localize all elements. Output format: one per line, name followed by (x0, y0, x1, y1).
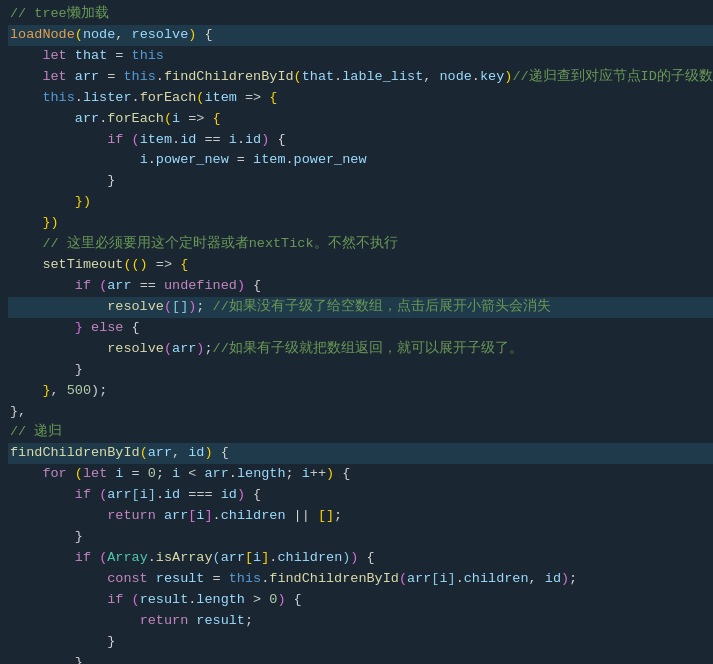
code-text (10, 590, 107, 611)
code-text: ; (156, 464, 172, 485)
code-text (10, 46, 42, 67)
code-text: }) (42, 213, 58, 234)
code-text (67, 464, 75, 485)
code-text (67, 67, 75, 88)
code-text: , (172, 443, 188, 464)
code-text: = (229, 150, 253, 171)
code-text: undefined (164, 276, 237, 297)
code-text: ; (286, 464, 302, 485)
code-text: length (196, 590, 245, 611)
code-text: arr (205, 464, 229, 485)
code-text (188, 611, 196, 632)
code-line-28: const result = this.findChildrenById(arr… (8, 569, 713, 590)
code-text: { (196, 25, 212, 46)
code-text: let (42, 67, 66, 88)
code-text: . (213, 506, 221, 527)
code-text: = (99, 67, 123, 88)
code-text: this (229, 569, 261, 590)
code-text: ( (213, 548, 221, 569)
code-text: children (221, 506, 286, 527)
code-line-11: }) (8, 213, 713, 234)
code-text: let (42, 46, 66, 67)
code-text: ) (504, 67, 512, 88)
code-text: i (172, 464, 180, 485)
code-text: this (132, 46, 164, 67)
code-text (10, 485, 75, 506)
code-text (67, 46, 75, 67)
code-text: ) (277, 590, 285, 611)
code-text (10, 506, 107, 527)
code-text: } (10, 527, 83, 548)
code-text: [ (245, 548, 253, 569)
code-text: ] (448, 569, 456, 590)
code-text (10, 255, 42, 276)
code-text: ; (569, 569, 577, 590)
code-line-6: arr.forEach(i => { (8, 109, 713, 130)
code-text: { (213, 109, 221, 130)
code-text: length (237, 464, 286, 485)
code-text: ( (99, 548, 107, 569)
code-text: [] (172, 297, 188, 318)
code-text: ( (140, 443, 148, 464)
code-text: id (188, 443, 204, 464)
code-line-7: if (item.id == i.id) { (8, 130, 713, 151)
code-text: { (245, 485, 261, 506)
code-text: || (286, 506, 318, 527)
code-text: } (42, 381, 50, 402)
code-text: arr (407, 569, 431, 590)
code-text: (() (123, 255, 147, 276)
code-text: forEach (107, 109, 164, 130)
code-text: ) (188, 297, 196, 318)
code-text: . (261, 569, 269, 590)
code-text: item (140, 130, 172, 151)
code-text: //如果没有子级了给空数组，点击后展开小箭头会消失 (213, 297, 551, 318)
code-line-19: }, 500); (8, 381, 713, 402)
code-text: [ (188, 506, 196, 527)
code-text (10, 569, 107, 590)
code-text: ); (91, 381, 107, 402)
code-text: ; (196, 297, 212, 318)
code-text: //递归查到对应节点ID的子级数组 (512, 67, 713, 88)
code-text: resolve (107, 297, 164, 318)
code-text: . (472, 67, 480, 88)
code-text: const (107, 569, 148, 590)
code-text: ( (399, 569, 407, 590)
code-text: . (269, 548, 277, 569)
code-text (148, 569, 156, 590)
code-text: id (164, 485, 180, 506)
code-text: ; (334, 506, 342, 527)
code-line-21: // 递归 (8, 422, 713, 443)
code-text: power_new (294, 150, 367, 171)
code-text (91, 276, 99, 297)
code-text: return (140, 611, 189, 632)
code-text (10, 150, 140, 171)
code-line-12: // 这里必须要用这个定时器或者nextTick。不然不执行 (8, 234, 713, 255)
code-text: = (107, 46, 131, 67)
code-text: result (140, 590, 189, 611)
code-text: }) (75, 192, 91, 213)
code-text (123, 130, 131, 151)
code-line-31: } (8, 632, 713, 653)
code-line-2: loadNode(node, resolve) { (8, 25, 713, 46)
code-text: . (285, 150, 293, 171)
code-text: ( (164, 297, 172, 318)
code-text: 500 (67, 381, 91, 402)
code-text: 0 (269, 590, 277, 611)
code-text: { (286, 590, 302, 611)
code-text: . (156, 485, 164, 506)
code-text: = (204, 569, 228, 590)
code-text (91, 548, 99, 569)
code-text: == (196, 130, 228, 151)
code-text: ) (261, 130, 269, 151)
code-text: loadNode (10, 25, 75, 46)
code-text: for (42, 464, 66, 485)
code-text: > (245, 590, 269, 611)
code-text: if (75, 485, 91, 506)
code-text (10, 548, 75, 569)
code-text (10, 67, 42, 88)
code-text: power_new (156, 150, 229, 171)
code-text: . (188, 590, 196, 611)
code-text: 0 (148, 464, 156, 485)
code-text: let (83, 464, 107, 485)
code-text: lister (83, 88, 132, 109)
